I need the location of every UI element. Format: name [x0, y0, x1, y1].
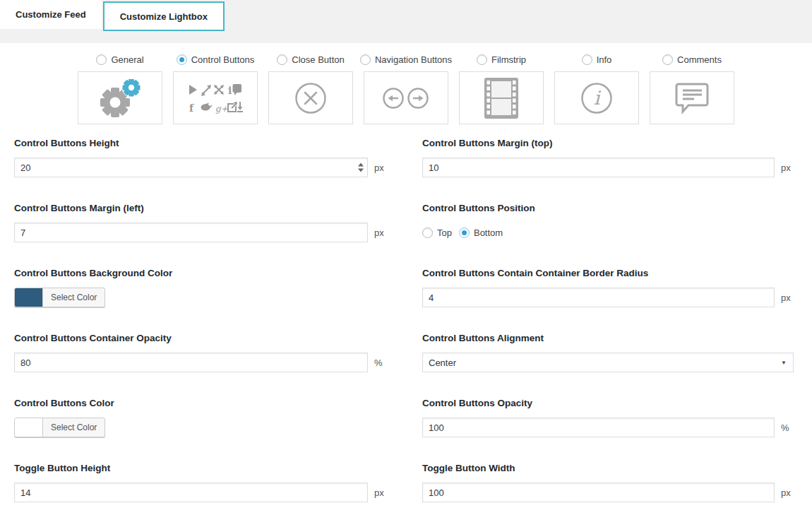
control-buttons-margin-top-input[interactable] [422, 158, 775, 177]
container-border-radius-input[interactable] [422, 288, 775, 307]
info-radio[interactable] [582, 54, 592, 65]
field-container-opacity: Control Buttons Container Opacity % [14, 333, 387, 372]
position-top-radio[interactable] [422, 228, 433, 238]
section-radio-navigation-buttons[interactable]: Navigation Buttons [364, 52, 448, 66]
filmstrip-radio[interactable] [477, 54, 487, 65]
field-control-buttons-position: Control Buttons Position Top Bottom [422, 203, 794, 242]
section-label-close-button[interactable]: Close Button [292, 54, 344, 65]
section-label-general[interactable]: General [111, 54, 143, 65]
alignment-selected-value: Center [429, 358, 456, 368]
field-label: Control Buttons Background Color [14, 268, 387, 278]
position-bottom-label[interactable]: Bottom [474, 228, 503, 238]
field-control-buttons-margin-top: Control Buttons Margin (top) px [422, 138, 794, 177]
section-filmstrip: Filmstrip [459, 52, 544, 124]
general-radio[interactable] [96, 54, 107, 65]
section-radio-control-buttons[interactable]: Control Buttons [173, 52, 258, 66]
position-bottom-radio[interactable] [459, 228, 470, 238]
control-buttons-radio[interactable] [177, 54, 187, 65]
section-info: Info i [554, 52, 639, 124]
section-radio-close-button[interactable]: Close Button [268, 52, 353, 66]
nav-arrows-icon [381, 82, 431, 114]
section-radio-info[interactable]: Info [554, 52, 639, 66]
section-control-buttons: Control Buttons i [173, 52, 258, 124]
control-buttons-icon: i f g+ [187, 82, 244, 114]
field-label: Control Buttons Color [14, 398, 387, 408]
section-radio-filmstrip[interactable]: Filmstrip [459, 52, 544, 66]
section-box-filmstrip[interactable] [459, 71, 544, 124]
control-buttons-settings-form: Control Buttons Height px Control Button… [0, 138, 812, 520]
section-navigation-buttons: Navigation Buttons [364, 52, 448, 124]
background-color-picker-button[interactable]: Select Color [14, 288, 105, 307]
section-box-comments[interactable] [650, 71, 734, 124]
unit-suffix: px [374, 228, 387, 238]
field-label: Control Buttons Position [422, 203, 794, 213]
field-label: Control Buttons Margin (top) [422, 138, 794, 148]
control-buttons-height-input[interactable] [14, 158, 368, 177]
unit-suffix: px [781, 292, 794, 303]
tab-customize-feed[interactable]: Customize Feed [0, 0, 102, 29]
filmstrip-icon [482, 76, 520, 120]
field-label: Control Buttons Alignment [422, 333, 794, 343]
unit-suffix: px [781, 488, 794, 498]
section-box-control-buttons[interactable]: i f g+ [173, 71, 258, 124]
field-label: Toggle Button Width [422, 463, 794, 473]
field-label: Control Buttons Opacity [422, 398, 794, 408]
navigation-buttons-radio[interactable] [360, 54, 371, 65]
unit-suffix: px [374, 162, 387, 173]
control-buttons-margin-left-input[interactable] [14, 223, 368, 242]
close-circle-icon [293, 81, 328, 116]
field-control-buttons-margin-left: Control Buttons Margin (left) px [14, 203, 387, 242]
field-label: Control Buttons Contain Container Border… [422, 268, 794, 278]
field-control-buttons-color: Control Buttons Color Select Color [14, 398, 387, 437]
field-label: Toggle Button Height [14, 463, 387, 473]
field-label: Control Buttons Height [14, 138, 387, 148]
unit-suffix: px [781, 162, 794, 173]
comment-bubble-icon [673, 81, 711, 115]
section-label-info[interactable]: Info [597, 54, 612, 65]
buttons-color-picker-button[interactable]: Select Color [14, 418, 105, 437]
container-opacity-input[interactable] [14, 353, 368, 372]
spinner-up-icon[interactable] [358, 163, 364, 167]
section-comments: Comments [650, 52, 734, 124]
unit-suffix: % [781, 422, 794, 433]
buttons-color-swatch [15, 418, 43, 437]
toggle-button-width-input[interactable] [422, 483, 775, 502]
section-radio-comments[interactable]: Comments [650, 52, 734, 66]
section-box-navigation-buttons[interactable] [364, 71, 448, 124]
select-color-label: Select Color [43, 288, 105, 307]
toggle-button-height-input[interactable] [14, 483, 368, 502]
tab-bar: Customize Feed Customize Lightbox [0, 0, 812, 32]
select-color-label: Select Color [43, 418, 105, 437]
section-label-filmstrip[interactable]: Filmstrip [491, 54, 526, 65]
spinner-down-icon[interactable] [358, 169, 364, 172]
field-toggle-button-height: Toggle Button Height px [14, 463, 387, 502]
section-label-navigation-buttons[interactable]: Navigation Buttons [375, 54, 452, 65]
field-control-buttons-opacity: Control Buttons Opacity % [422, 398, 794, 437]
position-top-label[interactable]: Top [437, 228, 452, 238]
lightbox-settings-panel: General [0, 43, 812, 520]
svg-text:f: f [189, 102, 194, 114]
field-container-border-radius: Control Buttons Contain Container Border… [422, 268, 794, 307]
unit-suffix: % [374, 358, 387, 368]
comments-radio[interactable] [662, 54, 673, 65]
svg-text:i: i [228, 85, 232, 96]
field-control-buttons-background-color: Control Buttons Background Color Select … [14, 268, 387, 307]
close-button-radio[interactable] [277, 54, 287, 65]
section-label-comments[interactable]: Comments [677, 54, 722, 65]
section-label-control-buttons[interactable]: Control Buttons [191, 54, 255, 65]
number-spinner[interactable] [358, 163, 364, 172]
control-buttons-opacity-input[interactable] [422, 418, 775, 437]
tab-customize-lightbox[interactable]: Customize Lightbox [103, 1, 225, 31]
alignment-select[interactable]: Center ▼ [422, 353, 794, 372]
field-toggle-button-width: Toggle Button Width px [422, 463, 794, 502]
section-radio-general[interactable]: General [78, 52, 162, 66]
field-label: Control Buttons Container Opacity [14, 333, 387, 343]
section-box-general[interactable] [78, 71, 162, 124]
gears-icon [98, 79, 142, 117]
section-selector: General [0, 52, 812, 124]
section-box-close-button[interactable] [268, 71, 353, 124]
info-circle-icon: i [579, 81, 614, 116]
svg-text:g+: g+ [215, 104, 228, 114]
section-box-info[interactable]: i [554, 71, 639, 124]
field-label: Control Buttons Margin (left) [14, 203, 387, 213]
